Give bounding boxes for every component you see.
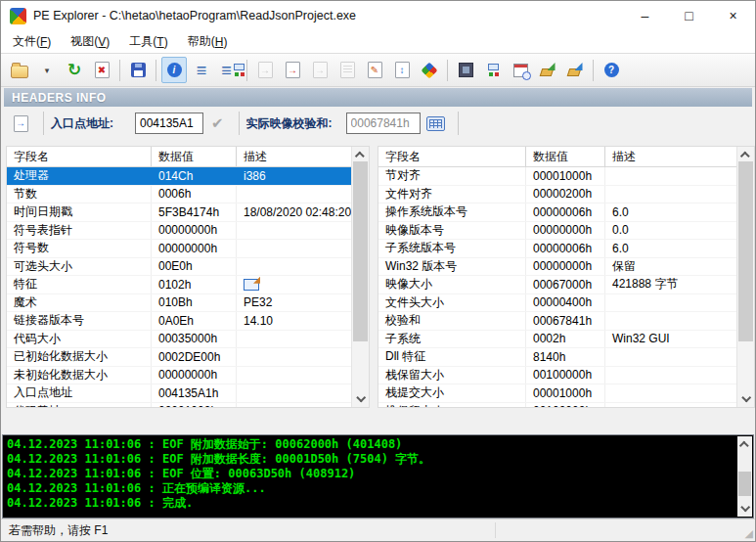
table-row[interactable]: 栈保留大小00100000h [378, 367, 736, 385]
scroll-up-icon[interactable] [737, 147, 754, 161]
recompute-checksum-icon[interactable]: ↕ [389, 57, 415, 83]
open-file-dropdown[interactable]: ▾ [34, 57, 60, 83]
table-row[interactable]: 文件头大小00000400h [378, 294, 736, 313]
table-row[interactable]: Dll 特征8140h [378, 348, 736, 367]
table-row[interactable]: 映像大小00067000h421888 字节 [378, 276, 736, 294]
left-table-scrollbar[interactable] [351, 147, 369, 407]
cell-desc: 0.0 [605, 222, 736, 240]
doc-arrow-icon: → [14, 115, 28, 132]
table-row[interactable]: 处理器014Chi386 [7, 167, 351, 186]
minimize-button[interactable]: – [623, 1, 667, 30]
table-row[interactable]: 映像版本号00000000h0.0 [378, 222, 736, 241]
column-header[interactable]: 数据值 [152, 147, 237, 166]
close-file-icon[interactable]: ✖ [89, 57, 114, 83]
table-row[interactable]: 符号表指针00000000h [7, 222, 351, 241]
table-row[interactable]: 子系统0002hWin32 GUI [378, 331, 736, 349]
separator [239, 112, 240, 135]
table-row[interactable]: 符号数00000000h [7, 240, 351, 258]
export-section-icon[interactable]: → [307, 57, 333, 83]
dependency-scanner-icon[interactable] [480, 57, 506, 83]
cell-desc [237, 331, 351, 348]
scroll-down-icon[interactable] [737, 392, 754, 407]
cell-desc: 6.0 [605, 240, 736, 257]
timestamp-adjuster-icon[interactable] [508, 57, 533, 83]
headers-info-icon[interactable]: i [161, 57, 187, 83]
cell-name: 栈提交大小 [378, 384, 526, 402]
cell-name: 校验和 [378, 312, 526, 330]
cell-value: 5F3B4174h [152, 203, 237, 221]
report-icon[interactable] [334, 57, 360, 83]
cell-name: 符号数 [7, 240, 152, 257]
table-row[interactable]: 特征0102h [7, 276, 351, 294]
data-directories-icon[interactable]: ≡ [189, 57, 214, 83]
table-row[interactable]: 栈提交大小00001000h [378, 384, 736, 403]
table-row[interactable]: 文件对齐00000200h [378, 186, 736, 204]
cell-desc: 18/08/2020 02:48:20 [237, 203, 351, 221]
calculator-icon[interactable] [426, 116, 445, 131]
table-row[interactable]: 代码大小00035000h [7, 331, 351, 349]
table-row[interactable]: 链接器版本号0A0Eh14.10 [7, 312, 351, 331]
scroll-thumb[interactable] [738, 161, 753, 341]
scroll-down-icon[interactable] [352, 392, 369, 407]
cell-desc: PE32 [237, 294, 351, 312]
export-file-icon[interactable]: → [252, 57, 278, 83]
save-header-button[interactable]: → [10, 111, 35, 137]
characteristics-edit-icon[interactable] [244, 279, 259, 291]
resize-grip-icon[interactable]: ◢ [745, 528, 753, 539]
column-header[interactable]: 字段名 [378, 147, 526, 166]
resource-cleaner-icon[interactable] [535, 57, 560, 83]
scroll-down-icon[interactable] [737, 502, 752, 517]
menu-item-V[interactable]: 视图(V) [61, 31, 119, 52]
table-row[interactable]: 堆保留大小00100000h [378, 403, 736, 408]
menu-item-F[interactable]: 文件(F) [3, 31, 61, 52]
menu-item-T[interactable]: 工具(T) [119, 31, 177, 52]
cell-name: Dll 特征 [378, 348, 526, 366]
apply-check-icon[interactable]: ✔ [211, 114, 224, 132]
cell-desc [605, 167, 736, 185]
scroll-up-icon[interactable] [737, 436, 752, 451]
right-table-scrollbar[interactable] [736, 147, 754, 407]
table-row[interactable]: 时间日期戳5F3B4174h18/08/2020 02:48:20 [7, 203, 351, 222]
cell-value: 00000400h [526, 294, 605, 312]
resource-editor-icon[interactable] [453, 57, 478, 83]
cell-name: 节对齐 [378, 167, 526, 185]
table-row[interactable]: 入口点地址004135A1h [7, 384, 351, 403]
table-row[interactable]: 未初始化数据大小00000000h [7, 367, 351, 385]
table-row[interactable]: 代码基址00001000h [7, 403, 351, 408]
scroll-thumb[interactable] [738, 472, 751, 496]
close-button[interactable]: × [711, 1, 755, 30]
cell-desc [237, 403, 351, 408]
cell-desc [605, 367, 736, 384]
column-header[interactable]: 数据值 [526, 147, 605, 166]
table-row[interactable]: 子系统版本号00000006h6.0 [378, 240, 736, 258]
cleaner-restore-icon[interactable] [562, 57, 588, 83]
cell-value: 00001000h [526, 384, 605, 402]
help-icon[interactable]: ? [599, 57, 624, 83]
console-scrollbar[interactable] [737, 436, 752, 517]
section-viewer-icon[interactable] [417, 57, 442, 83]
table-row[interactable]: Win32 版本号00000000h保留 [378, 258, 736, 277]
maximize-button[interactable]: □ [667, 1, 711, 30]
entry-point-input[interactable] [135, 113, 203, 134]
column-header[interactable]: 描述 [605, 147, 736, 166]
table-row[interactable]: 魔术010BhPE32 [7, 294, 351, 313]
menu-item-H[interactable]: 帮助(H) [178, 31, 238, 52]
column-header[interactable]: 字段名 [7, 147, 152, 166]
table-row[interactable]: 操作系统版本号00000006h6.0 [378, 203, 736, 222]
scroll-up-icon[interactable] [352, 147, 369, 161]
column-header[interactable]: 描述 [237, 147, 351, 166]
table-row[interactable]: 可选头大小00E0h [7, 258, 351, 277]
table-row[interactable]: 校验和00067841h [378, 312, 736, 331]
section-headers-icon[interactable]: ≡ [216, 57, 242, 83]
cell-value: 00067000h [526, 276, 605, 294]
save-icon[interactable] [125, 57, 151, 83]
cell-name: 操作系统版本号 [378, 203, 526, 221]
open-file-icon[interactable] [7, 57, 32, 83]
scroll-thumb[interactable] [353, 161, 368, 341]
table-row[interactable]: 节对齐00001000h [378, 167, 736, 186]
reload-file-icon[interactable]: ↻ [62, 57, 87, 83]
table-row[interactable]: 已初始化数据大小0002DE00h [7, 348, 351, 367]
table-row[interactable]: 节数0006h [7, 186, 351, 204]
import-data-icon[interactable]: → [280, 57, 305, 83]
edit-headers-icon[interactable]: ✎ [362, 57, 387, 83]
